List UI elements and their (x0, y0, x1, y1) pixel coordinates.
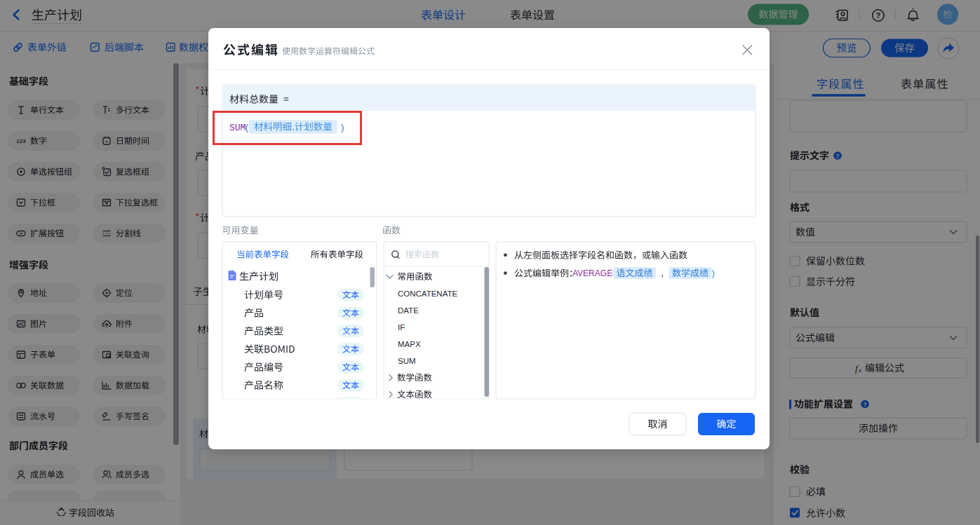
svg-text:SUM: SUM (398, 357, 416, 365)
svg-text:SUM: SUM (229, 123, 246, 133)
svg-text:DATE: DATE (398, 306, 419, 315)
svg-text:x: x (859, 367, 861, 374)
svg-text:?: ? (863, 401, 867, 408)
svg-text:): ) (712, 268, 715, 278)
svg-text:IF: IF (398, 323, 405, 332)
svg-text:): ) (340, 123, 345, 133)
svg-text:123: 123 (16, 138, 26, 144)
svg-text:AVERAGE(: AVERAGE( (572, 268, 615, 278)
svg-text:?: ? (835, 153, 840, 160)
svg-text:MAPX: MAPX (398, 340, 421, 348)
svg-text:(: ( (244, 123, 250, 133)
svg-text:CONCATENATE: CONCATENATE (398, 289, 458, 298)
svg-text:?: ? (875, 11, 880, 20)
